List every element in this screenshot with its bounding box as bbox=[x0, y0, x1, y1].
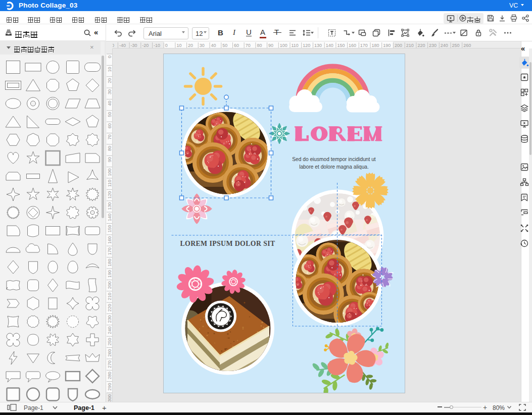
svg-text:160: 160 bbox=[107, 236, 112, 244]
svg-text:150: 150 bbox=[337, 43, 345, 48]
svg-text:30: 30 bbox=[200, 43, 205, 48]
svg-text:140: 140 bbox=[326, 43, 333, 48]
svg-text:260: 260 bbox=[107, 349, 112, 357]
svg-text:40: 40 bbox=[107, 101, 112, 106]
svg-text:110: 110 bbox=[107, 180, 112, 187]
svg-text:160: 160 bbox=[349, 43, 356, 48]
svg-text:20: 20 bbox=[107, 78, 112, 83]
svg-text:70: 70 bbox=[246, 43, 251, 48]
svg-text:260: 260 bbox=[463, 43, 471, 48]
svg-text:240: 240 bbox=[107, 327, 112, 334]
svg-text:80: 80 bbox=[107, 146, 112, 151]
svg-text:180: 180 bbox=[372, 43, 379, 48]
svg-text:-30: -30 bbox=[131, 43, 137, 48]
svg-text:250: 250 bbox=[107, 338, 112, 345]
svg-text:190: 190 bbox=[383, 43, 391, 48]
svg-text:100: 100 bbox=[280, 43, 287, 48]
svg-text:190: 190 bbox=[107, 270, 112, 278]
svg-text:80: 80 bbox=[257, 43, 262, 48]
svg-text:140: 140 bbox=[107, 214, 112, 221]
svg-text:90: 90 bbox=[107, 157, 112, 162]
svg-text:40: 40 bbox=[211, 43, 216, 48]
svg-text:LOREM IPSUM DOLOR SIT: LOREM IPSUM DOLOR SIT bbox=[180, 240, 275, 247]
svg-text:20: 20 bbox=[188, 43, 193, 48]
svg-text:280: 280 bbox=[107, 372, 112, 379]
svg-text:-40: -40 bbox=[119, 43, 126, 48]
svg-text:300: 300 bbox=[107, 394, 112, 402]
svg-text:120: 120 bbox=[107, 191, 112, 198]
svg-text:220: 220 bbox=[417, 43, 425, 48]
svg-text:10: 10 bbox=[176, 43, 181, 48]
svg-text:210: 210 bbox=[406, 43, 414, 48]
svg-text:270: 270 bbox=[107, 360, 112, 368]
svg-text:90: 90 bbox=[268, 43, 273, 48]
svg-text:240: 240 bbox=[441, 43, 448, 48]
svg-text:200: 200 bbox=[107, 281, 112, 289]
svg-text:0: 0 bbox=[165, 43, 168, 48]
svg-text:50: 50 bbox=[222, 43, 227, 48]
svg-text:60: 60 bbox=[107, 123, 112, 128]
svg-text:Sed do eiusmod tempor incididu: Sed do eiusmod tempor incididunt ut bbox=[292, 157, 376, 162]
svg-text:0: 0 bbox=[107, 56, 112, 58]
svg-text:170: 170 bbox=[107, 247, 112, 255]
svg-text:130: 130 bbox=[107, 202, 112, 210]
svg-text:10: 10 bbox=[107, 67, 112, 72]
svg-text:110: 110 bbox=[292, 43, 299, 48]
svg-text:130: 130 bbox=[314, 43, 322, 48]
svg-text:labore et dolore magna aliqua.: labore et dolore magna aliqua. bbox=[299, 164, 369, 170]
svg-text:290: 290 bbox=[107, 383, 112, 391]
svg-text:180: 180 bbox=[107, 259, 112, 267]
svg-text:170: 170 bbox=[360, 43, 368, 48]
svg-text:230: 230 bbox=[107, 315, 112, 323]
svg-text:-20: -20 bbox=[142, 43, 149, 48]
svg-text:150: 150 bbox=[107, 225, 112, 233]
svg-text:30: 30 bbox=[107, 89, 112, 94]
svg-text:50: 50 bbox=[107, 112, 112, 117]
svg-text:220: 220 bbox=[107, 304, 112, 312]
svg-text:200: 200 bbox=[395, 43, 402, 48]
svg-text:120: 120 bbox=[303, 43, 310, 48]
svg-text:250: 250 bbox=[452, 43, 460, 48]
svg-text:230: 230 bbox=[429, 43, 437, 48]
svg-text:100: 100 bbox=[107, 169, 112, 176]
svg-text:-10: -10 bbox=[154, 43, 160, 48]
svg-text:60: 60 bbox=[234, 43, 239, 48]
svg-text:210: 210 bbox=[107, 293, 112, 300]
svg-text:70: 70 bbox=[107, 135, 112, 140]
